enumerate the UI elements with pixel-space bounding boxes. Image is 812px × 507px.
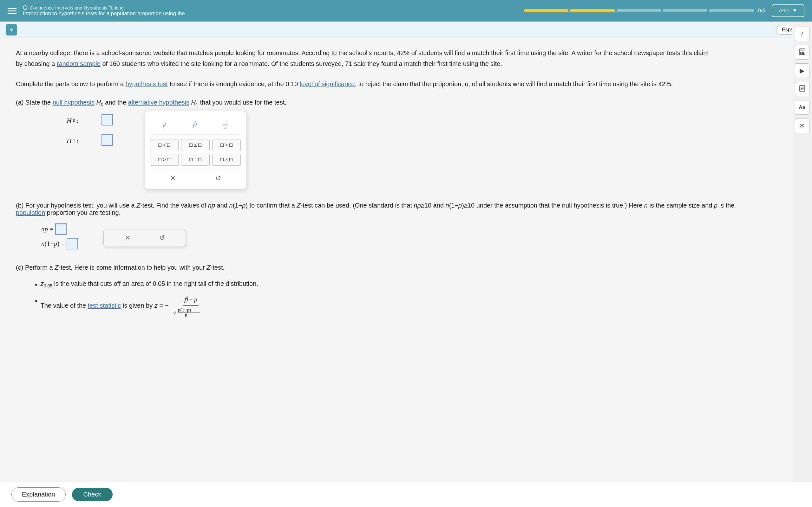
pt2-text3: , to reject the claim that the proportio… [355, 80, 673, 88]
formula-denominator: √ p(1−p) n [170, 306, 211, 318]
pt2-text1: Complete the parts below to perform a [16, 80, 125, 88]
explanation-button[interactable]: Explanation [11, 487, 66, 502]
sym-reset-a[interactable]: ↺ [209, 173, 227, 184]
level-of-significance-link[interactable]: level of significance [300, 80, 355, 88]
svg-text:√: √ [173, 309, 176, 316]
pt2-text2: to see if there is enough evidence, at t… [168, 80, 300, 88]
problem-text: At a nearby college, there is a school-s… [16, 48, 714, 69]
calculator-icon [799, 48, 806, 57]
sym-cancel-a[interactable]: ✕ [164, 173, 182, 184]
random-sample-link[interactable]: random sample [57, 60, 101, 67]
menu-button[interactable] [8, 8, 16, 14]
calculator-button[interactable] [795, 45, 809, 60]
part-a-text1: (a) State the [16, 99, 53, 106]
svg-text:n: n [185, 313, 188, 318]
svg-rect-7 [803, 53, 804, 54]
h1-row: H1 : [67, 134, 113, 146]
n1p-input[interactable] [67, 238, 78, 249]
n1p-label: n(1−p) = [41, 240, 65, 248]
part-a-section: (a) State the null hypothesis H0 and the… [16, 99, 742, 189]
bottom-bar: Explanation Check [0, 482, 812, 507]
h1-label: H1 : [67, 137, 89, 145]
h1-input[interactable] [101, 134, 113, 146]
symbol-picker-b: ✕ ↺ [103, 229, 186, 247]
sym-equal[interactable]: □ = □ [181, 154, 210, 166]
sym-not-equal[interactable]: □ ≠ □ [212, 154, 241, 166]
user-name: Ariel [779, 8, 790, 14]
play-icon: ▶ [800, 67, 804, 74]
problem-text-2: of 160 students who visited the site loo… [101, 60, 502, 67]
sym-reset-b[interactable]: ↺ [153, 233, 171, 243]
np-line: np = [41, 223, 78, 235]
part-b-inputs: np = n(1−p) = [41, 223, 78, 252]
sym-header-phat[interactable]: p̂ [189, 116, 200, 131]
progress-seg-3 [617, 9, 661, 12]
part-a-label: (a) State the null hypothesis H0 and the… [16, 99, 742, 107]
alt-hypothesis-link[interactable]: alternative hypothesis [128, 99, 189, 106]
book-icon [799, 85, 806, 94]
text-size-button[interactable]: Aa [795, 100, 809, 115]
n1p-line: n(1−p) = [41, 238, 78, 249]
user-button[interactable]: Ariel ▼ [772, 4, 804, 17]
lesson-title: Introduction to hypothesis tests for a p… [23, 10, 518, 17]
svg-rect-3 [802, 52, 803, 53]
chevron-down-icon: ▾ [10, 26, 13, 33]
mail-icon: ✉ [799, 122, 805, 130]
part-b-text1: (b) For your hypothesis test, you will u… [16, 202, 734, 209]
progress-seg-1 [524, 9, 568, 12]
progress-seg-5 [709, 9, 754, 12]
part-a-text3: H1 that you would use for the test. [189, 99, 287, 106]
part-c-section: (c) Perform a Z-test. Here is some infor… [16, 264, 742, 318]
check-button[interactable]: Check [72, 488, 113, 501]
sym-cancel-b[interactable]: ✕ [118, 233, 137, 243]
formula-fraction: p̂ − p √ p(1−p) n [170, 294, 211, 318]
help-button[interactable]: ? [795, 26, 809, 41]
sym-header-p[interactable]: p [160, 116, 169, 131]
test-statistic-link[interactable]: test statistic [88, 302, 121, 309]
np-input[interactable] [55, 223, 67, 235]
bullet-2-text: The value of the test statistic is given… [41, 294, 211, 318]
main-content: At a nearby college, there is a school-s… [0, 38, 761, 335]
collapse-button[interactable]: ▾ [6, 24, 17, 36]
sym-less-than[interactable]: □ < □ [150, 139, 179, 151]
problem-text-2: Complete the parts below to perform a hy… [16, 78, 714, 89]
collapse-row: ▾ Español [0, 21, 812, 38]
sym-header-frac[interactable]: □ □ [219, 116, 231, 131]
progress-area: 0/5 [524, 8, 766, 14]
formula-numerator: p̂ − p [183, 294, 199, 305]
sym-greater-eq[interactable]: □ ≥ □ [150, 154, 179, 166]
part-c-text: (c) Perform a Z-test. Here is some infor… [16, 264, 224, 271]
progress-seg-4 [663, 9, 707, 12]
part-c-label: (c) Perform a Z-test. Here is some infor… [16, 264, 742, 271]
svg-rect-4 [803, 52, 804, 53]
svg-rect-6 [802, 53, 803, 54]
symbol-picker-header: p p̂ □ □ [150, 116, 241, 135]
course-subtitle: Confidence Intervals and Hypothesis Test… [23, 5, 518, 10]
symbol-picker-a: p p̂ □ □ □ < □ □ ≤ □ □ > □ □ ≥ □ □ = □ [145, 111, 246, 189]
population-link[interactable]: population [16, 209, 45, 216]
svg-rect-1 [800, 49, 804, 51]
progress-label: 0/5 [758, 8, 766, 14]
mail-button[interactable]: ✉ [795, 118, 809, 133]
status-circle [23, 5, 27, 10]
part-b-text2: proportion you are testing. [45, 209, 120, 216]
null-hypothesis-link[interactable]: null hypothesis [53, 99, 95, 106]
progress-bars [524, 9, 754, 12]
symbol-grid: □ < □ □ ≤ □ □ > □ □ ≥ □ □ = □ □ ≠ □ [150, 139, 241, 166]
np-label: np = [41, 225, 53, 233]
bullet-2: • The value of the test statistic is giv… [35, 294, 742, 318]
h0-input[interactable] [101, 114, 113, 125]
sym-greater-than[interactable]: □ > □ [212, 139, 241, 151]
symbol-picker-footer: ✕ ↺ [150, 170, 241, 184]
svg-rect-2 [800, 52, 801, 53]
sym-less-eq[interactable]: □ ≤ □ [181, 139, 210, 151]
hypothesis-test-link[interactable]: hypothesis test [125, 80, 168, 88]
part-a-text2: H0 and the [95, 99, 128, 106]
book-button[interactable] [795, 82, 809, 96]
bullet-dot-1: • [35, 279, 38, 291]
chevron-down-icon: ▼ [792, 8, 798, 14]
play-button[interactable]: ▶ [795, 63, 809, 78]
course-title: Confidence Intervals and Hypothesis Test… [30, 5, 124, 10]
h0-label: H0 : [67, 117, 89, 125]
question-icon: ? [801, 31, 803, 38]
